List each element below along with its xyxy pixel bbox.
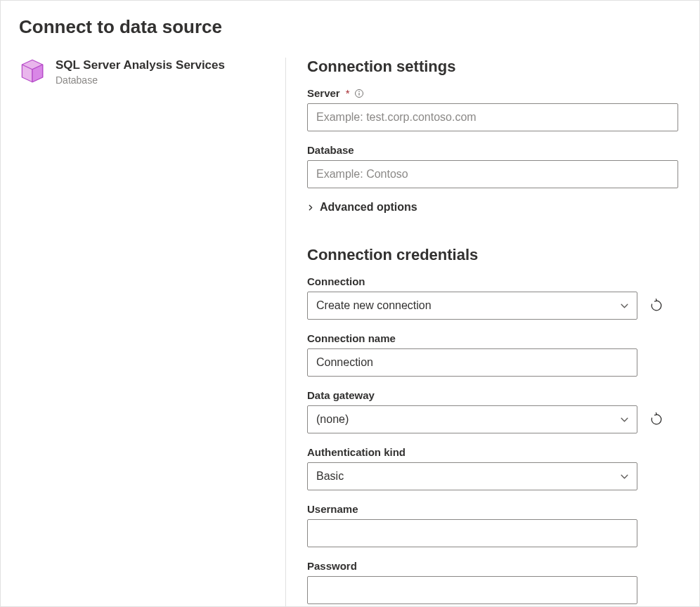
auth-kind-value: Basic	[316, 470, 344, 482]
chevron-right-icon	[307, 204, 314, 211]
gateway-value: (none)	[316, 413, 349, 425]
source-category: Database	[56, 74, 225, 86]
dialog-frame: Connect to data source SQL Server Analys…	[0, 0, 700, 607]
connection-select[interactable]: Create new connection	[307, 292, 637, 320]
advanced-options-toggle[interactable]: Advanced options	[307, 201, 417, 214]
credentials-heading: Connection credentials	[307, 246, 678, 264]
server-field: Server *	[307, 87, 678, 131]
database-input[interactable]	[307, 160, 678, 188]
advanced-options-label: Advanced options	[320, 201, 417, 214]
connection-value: Create new connection	[316, 299, 432, 311]
auth-kind-field: Authentication kind Basic	[307, 446, 678, 490]
username-field: Username	[307, 503, 678, 547]
auth-kind-label: Authentication kind	[307, 446, 406, 458]
gateway-label: Data gateway	[307, 389, 375, 401]
settings-heading: Connection settings	[307, 58, 678, 76]
server-label-row: Server *	[307, 87, 678, 99]
username-label: Username	[307, 503, 358, 515]
source-card: SQL Server Analysis Services Database	[19, 58, 268, 86]
source-panel: SQL Server Analysis Services Database	[19, 58, 286, 607]
connection-field: Connection Create new connection	[307, 275, 678, 320]
connection-name-input[interactable]	[307, 348, 637, 377]
info-icon[interactable]	[354, 88, 365, 98]
gateway-field: Data gateway (none)	[307, 389, 678, 433]
auth-kind-select[interactable]: Basic	[307, 462, 637, 490]
database-field: Database	[307, 144, 678, 188]
form-panel: Connection settings Server * Database	[286, 58, 681, 607]
cube-icon	[19, 58, 46, 84]
source-name: SQL Server Analysis Services	[56, 58, 225, 73]
source-text: SQL Server Analysis Services Database	[56, 58, 225, 86]
password-field: Password	[307, 560, 678, 604]
server-input[interactable]	[307, 103, 678, 131]
password-input[interactable]	[307, 576, 637, 604]
username-input[interactable]	[307, 519, 637, 547]
password-label: Password	[307, 560, 357, 572]
connection-refresh-button[interactable]	[649, 298, 664, 313]
connection-name-label: Connection name	[307, 332, 396, 344]
page-title: Connect to data source	[19, 16, 681, 38]
body: SQL Server Analysis Services Database Co…	[19, 58, 681, 607]
server-label: Server	[307, 87, 340, 99]
database-label: Database	[307, 144, 354, 156]
required-marker: *	[346, 87, 350, 99]
gateway-refresh-button[interactable]	[649, 412, 664, 427]
svg-point-5	[358, 91, 359, 91]
gateway-select[interactable]: (none)	[307, 405, 637, 433]
connection-label: Connection	[307, 275, 365, 287]
connection-name-field: Connection name	[307, 332, 678, 377]
